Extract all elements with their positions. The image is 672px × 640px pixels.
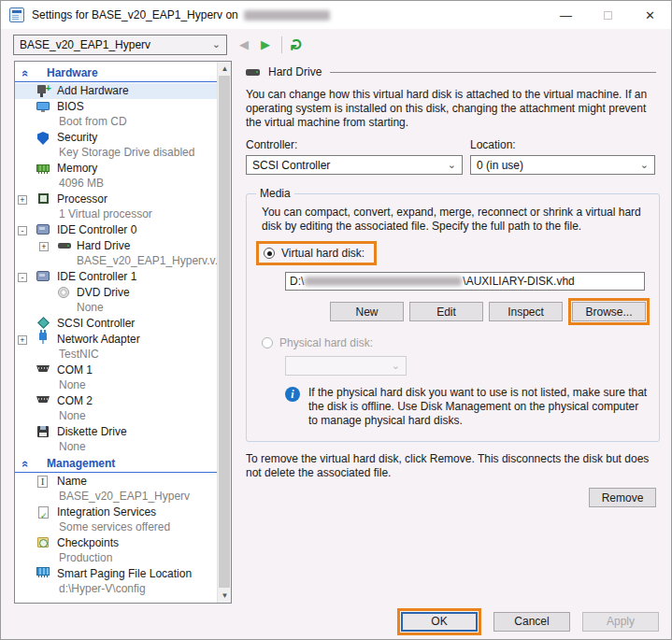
- integration-services-icon: [38, 506, 49, 519]
- hyperv-settings-icon: [9, 7, 24, 22]
- shield-icon: [37, 132, 49, 145]
- sidebar-sub-network-adapter: TestNIC: [15, 348, 217, 363]
- info-icon: i: [285, 387, 300, 402]
- ok-button[interactable]: OK: [401, 612, 478, 632]
- chevron-down-icon: ⌄: [448, 159, 456, 171]
- cancel-button[interactable]: Cancel: [493, 612, 570, 632]
- controller-label: Controller:: [246, 138, 463, 151]
- collapse-chevron-icon: «: [20, 461, 32, 467]
- sidebar-item-memory[interactable]: Memory: [15, 161, 217, 177]
- toolbar-separator: [281, 36, 282, 53]
- redacted-hostname: [244, 10, 330, 21]
- close-button[interactable]: ✕: [629, 1, 671, 29]
- vm-selector-dropdown[interactable]: BASE_v20_EAP1_Hyperv ⌄: [13, 35, 227, 55]
- scroll-up-icon[interactable]: ▲: [218, 62, 232, 76]
- refresh-button[interactable]: ↻: [289, 37, 305, 50]
- collapse-chevron-icon: «: [20, 70, 32, 77]
- settings-dialog: Settings for BASE_v20_EAP1_Hyperv on — ✕…: [0, 0, 672, 640]
- sidebar-item-ide-controller-1[interactable]: - IDE Controller 1: [15, 269, 217, 285]
- hard-drive-settings-panel: Hard Drive You can change how this virtu…: [232, 61, 659, 604]
- vm-selector-value: BASE_v20_EAP1_Hyperv: [20, 38, 150, 51]
- physical-disk-dropdown: ⌄: [285, 356, 407, 376]
- sidebar-sub-processor: 1 Virtual processor: [15, 207, 217, 222]
- sidebar-item-diskette-drive[interactable]: Diskette Drive: [15, 424, 217, 440]
- sidebar-item-scsi-controller[interactable]: SCSI Controller: [15, 316, 217, 332]
- sidebar-sub-hard-drive: BASE_v20_EAP1_Hyperv.v...: [15, 254, 217, 269]
- checkpoints-icon: [37, 537, 49, 548]
- sidebar-item-com2[interactable]: COM 2: [15, 393, 217, 409]
- scsi-controller-icon: [37, 317, 50, 329]
- com-port-icon: [36, 396, 50, 403]
- section-title: Hard Drive: [268, 65, 322, 78]
- remove-button[interactable]: Remove: [589, 488, 656, 507]
- rename-icon: I: [37, 476, 48, 488]
- redacted-path-segment: [305, 277, 462, 286]
- edit-button[interactable]: Edit: [409, 302, 483, 321]
- com-port-icon: [36, 365, 50, 372]
- intro-text: You can change how this virtual hard dis…: [246, 88, 656, 130]
- sidebar-item-bios[interactable]: BIOS: [15, 99, 217, 115]
- vhd-path-suffix: \AUXILIARY-DISK.vhd: [463, 275, 574, 288]
- chevron-down-icon: ⌄: [212, 38, 221, 50]
- location-dropdown[interactable]: 0 (in use) ⌄: [470, 155, 655, 175]
- sidebar-sub-com1: None: [15, 378, 217, 393]
- expand-icon[interactable]: +: [18, 195, 27, 205]
- ide-controller-icon: [36, 224, 50, 235]
- sidebar-item-checkpoints[interactable]: Checkpoints: [15, 535, 217, 551]
- location-label: Location:: [470, 138, 655, 151]
- apply-button[interactable]: Apply: [582, 612, 659, 632]
- maximize-button[interactable]: [587, 1, 629, 29]
- vhd-path-input[interactable]: D:\ \AUXILIARY-DISK.vhd: [285, 272, 645, 291]
- expand-icon[interactable]: +: [39, 242, 49, 251]
- ide-controller-icon: [36, 271, 50, 281]
- network-adapter-icon: [39, 333, 47, 340]
- sidebar-item-dvd-drive[interactable]: DVD Drive: [15, 285, 217, 301]
- navigate-back-button[interactable]: ◀: [239, 38, 249, 50]
- sidebar-item-security[interactable]: Security: [15, 130, 217, 146]
- processor-icon: [38, 193, 49, 204]
- sidebar-item-hard-drive[interactable]: + Hard Drive: [15, 238, 217, 254]
- browse-button[interactable]: Browse...: [572, 302, 646, 321]
- sidebar-scrollbar[interactable]: ▲ ▼: [217, 62, 231, 603]
- title-bar: Settings for BASE_v20_EAP1_Hyperv on — ✕: [1, 1, 671, 29]
- sidebar-item-smart-paging[interactable]: Smart Paging File Location: [15, 566, 217, 582]
- sidebar-item-integration-services[interactable]: Integration Services: [15, 505, 217, 520]
- physical-hard-disk-label: Physical hard disk:: [279, 336, 373, 349]
- sidebar-item-add-hardware[interactable]: Add Hardware: [15, 83, 217, 99]
- media-groupbox: Media You can compact, convert, expand, …: [246, 187, 660, 442]
- vhd-path-prefix: D:\: [290, 275, 304, 288]
- controller-dropdown[interactable]: SCSI Controller ⌄: [246, 155, 463, 175]
- sidebar-sub-com2: None: [15, 409, 217, 424]
- dialog-footer: OK Cancel Apply: [1, 604, 671, 639]
- collapse-icon[interactable]: -: [18, 273, 27, 282]
- minimize-button[interactable]: —: [545, 1, 587, 29]
- scrollbar-thumb[interactable]: [219, 76, 230, 588]
- inspect-button[interactable]: Inspect: [489, 302, 563, 321]
- physical-disk-info-text: If the physical hard disk you want to us…: [308, 386, 650, 428]
- sidebar-sub-security: Key Storage Drive disabled: [15, 146, 217, 161]
- virtual-hard-disk-radio[interactable]: [264, 248, 275, 259]
- chevron-down-icon: ⌄: [640, 159, 649, 171]
- sidebar-item-com1[interactable]: COM 1: [15, 363, 217, 378]
- navigate-forward-button[interactable]: ▶: [261, 38, 270, 50]
- sidebar-item-processor[interactable]: + Processor: [15, 192, 217, 207]
- sidebar-item-name[interactable]: I Name: [15, 474, 217, 490]
- sidebar-item-network-adapter[interactable]: + Network Adapter: [15, 332, 217, 348]
- collapse-icon[interactable]: -: [18, 226, 27, 235]
- toolbar: BASE_v20_EAP1_Hyperv ⌄ ◀ ▶ ↻: [1, 29, 671, 60]
- scroll-down-icon[interactable]: ▼: [218, 589, 232, 603]
- sidebar-sub-diskette-drive: None: [15, 440, 217, 455]
- section-header-management[interactable]: « Management: [15, 455, 217, 473]
- physical-hard-disk-radio[interactable]: [262, 337, 273, 348]
- sidebar-item-ide-controller-0[interactable]: - IDE Controller 0: [15, 222, 217, 238]
- section-divider: [330, 72, 656, 73]
- settings-nav-sidebar: « Hardware Add Hardware BIOS Boot from C…: [14, 61, 232, 604]
- expand-icon[interactable]: +: [18, 335, 27, 345]
- sidebar-sub-checkpoints: Production: [15, 551, 217, 566]
- sidebar-sub-dvd-drive: None: [15, 301, 217, 316]
- sidebar-sub-smart-paging: d:\Hyper-V\config: [15, 582, 217, 597]
- memory-icon: [36, 164, 50, 172]
- window-title: Settings for BASE_v20_EAP1_Hyperv on: [32, 8, 238, 21]
- media-legend: Media: [256, 187, 294, 200]
- new-button[interactable]: New: [330, 302, 404, 321]
